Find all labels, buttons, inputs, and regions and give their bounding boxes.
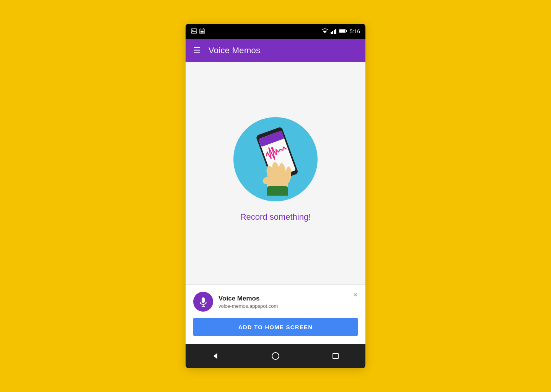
hand-phone-illustration bbox=[245, 123, 306, 196]
microphone-icon bbox=[198, 297, 208, 307]
wifi-status-icon bbox=[321, 28, 328, 35]
banner-info: Voice Memos voice-memos.appspot.com bbox=[218, 295, 348, 309]
svg-point-1 bbox=[192, 29, 194, 31]
nav-bar bbox=[186, 344, 365, 368]
banner-url: voice-memos.appspot.com bbox=[218, 303, 348, 309]
record-something-text: Record something! bbox=[240, 212, 311, 222]
svg-rect-0 bbox=[191, 29, 197, 33]
banner-app-name: Voice Memos bbox=[218, 295, 348, 302]
svg-rect-11 bbox=[346, 30, 347, 32]
svg-rect-8 bbox=[335, 29, 336, 34]
back-button[interactable] bbox=[208, 348, 223, 364]
home-button[interactable] bbox=[268, 348, 283, 364]
banner-top: Voice Memos voice-memos.appspot.com × bbox=[193, 292, 358, 312]
banner-close-button[interactable]: × bbox=[353, 291, 358, 299]
sim-status-icon bbox=[199, 28, 205, 35]
home-icon bbox=[271, 352, 280, 360]
add-to-homescreen-banner: Voice Memos voice-memos.appspot.com × AD… bbox=[186, 284, 365, 344]
svg-rect-24 bbox=[267, 186, 288, 196]
svg-rect-30 bbox=[333, 353, 338, 359]
svg-marker-4 bbox=[323, 31, 327, 33]
svg-point-29 bbox=[272, 353, 279, 359]
svg-rect-5 bbox=[331, 32, 332, 34]
status-bar-right: 5:16 bbox=[321, 28, 360, 35]
app-bar: ☰ Voice Memos bbox=[186, 39, 365, 62]
main-content: Record something! bbox=[186, 62, 365, 284]
svg-rect-3 bbox=[201, 31, 204, 33]
svg-marker-28 bbox=[214, 353, 217, 359]
svg-rect-7 bbox=[334, 30, 335, 34]
status-bar-left bbox=[191, 28, 205, 35]
svg-rect-10 bbox=[339, 29, 345, 33]
image-status-icon bbox=[191, 28, 197, 35]
recents-icon bbox=[332, 352, 339, 360]
illustration-circle bbox=[233, 117, 318, 201]
status-time: 5:16 bbox=[350, 28, 360, 34]
menu-icon[interactable]: ☰ bbox=[193, 46, 201, 55]
battery-status-icon bbox=[339, 29, 347, 34]
signal-status-icon bbox=[331, 28, 337, 35]
add-to-homescreen-button[interactable]: ADD TO HOME SCREEN bbox=[193, 318, 358, 336]
recents-button[interactable] bbox=[328, 348, 343, 364]
banner-app-icon bbox=[193, 292, 213, 312]
svg-rect-6 bbox=[332, 31, 333, 34]
status-bar: 5:16 bbox=[186, 24, 365, 39]
back-icon bbox=[211, 352, 220, 360]
svg-rect-25 bbox=[202, 297, 205, 303]
app-bar-title: Voice Memos bbox=[209, 46, 260, 56]
phone-frame: 5:16 ☰ Voice Memos bbox=[186, 24, 365, 368]
